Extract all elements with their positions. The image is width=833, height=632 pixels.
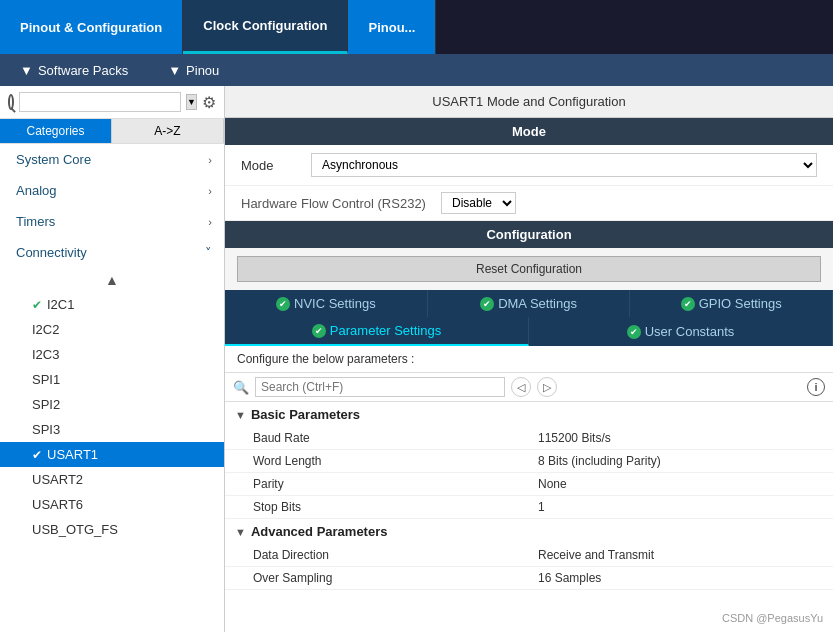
param-row-over-sampling: Over Sampling 16 Samples bbox=[225, 567, 833, 590]
baud-rate-name: Baud Rate bbox=[253, 431, 538, 445]
word-length-value: 8 Bits (including Parity) bbox=[538, 454, 823, 468]
params-container: ▼ Basic Parameters Baud Rate 115200 Bits… bbox=[225, 402, 833, 632]
sidebar-item-connectivity[interactable]: Connectivity ˅ bbox=[0, 237, 224, 268]
hw-flow-label: Hardware Flow Control (RS232) bbox=[241, 196, 441, 211]
param-row-parity: Parity None bbox=[225, 473, 833, 496]
nav-pinout[interactable]: Pinout & Configuration bbox=[0, 0, 183, 54]
prev-result-button[interactable]: ◁ bbox=[511, 377, 531, 397]
chevron-right-icon: › bbox=[208, 185, 212, 197]
user-const-check-icon: ✔ bbox=[627, 325, 641, 339]
sidebar-subitem-usb-otg-fs-label: USB_OTG_FS bbox=[32, 522, 118, 537]
tab-parameter-settings[interactable]: ✔ Parameter Settings bbox=[225, 317, 529, 346]
sidebar-subitem-usart6-label: USART6 bbox=[32, 497, 83, 512]
tab-user-const-label: User Constants bbox=[645, 324, 735, 339]
tab-nvic-label: NVIC Settings bbox=[294, 296, 376, 311]
scroll-up-icon: ▲ bbox=[105, 272, 119, 288]
sidebar-item-analog-label: Analog bbox=[16, 183, 56, 198]
sidebar-subitem-i2c3-label: I2C3 bbox=[32, 347, 59, 362]
sidebar-item-connectivity-label: Connectivity bbox=[16, 245, 87, 260]
pinout-bar-label: Pinou bbox=[186, 63, 219, 78]
software-packs-arrow: ▼ bbox=[20, 63, 33, 78]
hw-flow-select[interactable]: Disable bbox=[441, 192, 516, 214]
advanced-params-group[interactable]: ▼ Advanced Parameters bbox=[225, 519, 833, 544]
pinout-bar-arrow: ▼ bbox=[168, 63, 181, 78]
basic-params-label: Basic Parameters bbox=[251, 407, 360, 422]
sidebar-subitem-usart6[interactable]: USART6 bbox=[0, 492, 224, 517]
parity-value: None bbox=[538, 477, 823, 491]
gear-icon[interactable]: ⚙ bbox=[202, 93, 216, 112]
sidebar: ▼ ⚙ Categories A->Z System Core › Analog… bbox=[0, 86, 225, 632]
data-direction-name: Data Direction bbox=[253, 548, 538, 562]
sidebar-subitem-i2c1[interactable]: ✔ I2C1 bbox=[0, 292, 224, 317]
nvic-check-icon: ✔ bbox=[276, 297, 290, 311]
tab-dma-label: DMA Settings bbox=[498, 296, 577, 311]
sidebar-subitem-spi3[interactable]: SPI3 bbox=[0, 417, 224, 442]
info-icon[interactable]: i bbox=[807, 378, 825, 396]
tab-az[interactable]: A->Z bbox=[112, 119, 224, 143]
nav-clock[interactable]: Clock Configuration bbox=[183, 0, 348, 54]
sidebar-subitem-usart1-label: USART1 bbox=[47, 447, 98, 462]
sidebar-subitem-usart1[interactable]: ✔ USART1 bbox=[0, 442, 224, 467]
param-search-input[interactable] bbox=[255, 377, 505, 397]
sidebar-item-system-core[interactable]: System Core › bbox=[0, 144, 224, 175]
basic-params-group[interactable]: ▼ Basic Parameters bbox=[225, 402, 833, 427]
mode-select[interactable]: Asynchronous bbox=[311, 153, 817, 177]
sidebar-item-timers-label: Timers bbox=[16, 214, 55, 229]
chevron-right-icon: › bbox=[208, 216, 212, 228]
main-layout: ▼ ⚙ Categories A->Z System Core › Analog… bbox=[0, 86, 833, 632]
pinout-bar-item[interactable]: ▼ Pinou bbox=[148, 54, 239, 86]
sidebar-item-system-core-label: System Core bbox=[16, 152, 91, 167]
advanced-params-arrow: ▼ bbox=[235, 526, 246, 538]
mode-section-header: Mode bbox=[225, 118, 833, 145]
reset-config-button[interactable]: Reset Configuration bbox=[237, 256, 821, 282]
chevron-right-icon: › bbox=[208, 154, 212, 166]
tab-categories[interactable]: Categories bbox=[0, 119, 112, 143]
param-hint: Configure the below parameters : bbox=[225, 346, 833, 373]
word-length-name: Word Length bbox=[253, 454, 538, 468]
sidebar-subitem-spi2[interactable]: SPI2 bbox=[0, 392, 224, 417]
sidebar-subitem-spi1-label: SPI1 bbox=[32, 372, 60, 387]
sidebar-item-timers[interactable]: Timers › bbox=[0, 206, 224, 237]
advanced-params-label: Advanced Parameters bbox=[251, 524, 388, 539]
sidebar-item-analog[interactable]: Analog › bbox=[0, 175, 224, 206]
over-sampling-name: Over Sampling bbox=[253, 571, 538, 585]
config-tabs-row2: ✔ Parameter Settings ✔ User Constants bbox=[225, 317, 833, 346]
parity-name: Parity bbox=[253, 477, 538, 491]
next-result-button[interactable]: ▷ bbox=[537, 377, 557, 397]
param-row-stop-bits: Stop Bits 1 bbox=[225, 496, 833, 519]
tab-nvic-settings[interactable]: ✔ NVIC Settings bbox=[225, 290, 428, 317]
over-sampling-value: 16 Samples bbox=[538, 571, 823, 585]
sidebar-subitem-spi1[interactable]: SPI1 bbox=[0, 367, 224, 392]
software-packs-item[interactable]: ▼ Software Packs bbox=[0, 54, 148, 86]
param-row-baud-rate: Baud Rate 115200 Bits/s bbox=[225, 427, 833, 450]
tab-user-constants[interactable]: ✔ User Constants bbox=[529, 317, 833, 346]
param-row-word-length: Word Length 8 Bits (including Parity) bbox=[225, 450, 833, 473]
sidebar-subitem-usb-otg-fs[interactable]: USB_OTG_FS bbox=[0, 517, 224, 542]
tab-bar: Categories A->Z bbox=[0, 119, 224, 144]
sidebar-subitem-i2c2-label: I2C2 bbox=[32, 322, 59, 337]
sidebar-subitem-spi2-label: SPI2 bbox=[32, 397, 60, 412]
baud-rate-value: 115200 Bits/s bbox=[538, 431, 823, 445]
search-dropdown[interactable]: ▼ bbox=[186, 94, 197, 110]
content-title: USART1 Mode and Configuration bbox=[225, 86, 833, 118]
sidebar-subitem-usart2[interactable]: USART2 bbox=[0, 467, 224, 492]
stop-bits-value: 1 bbox=[538, 500, 823, 514]
search-input[interactable] bbox=[19, 92, 181, 112]
param-search-bar: 🔍 ◁ ▷ i bbox=[225, 373, 833, 402]
tab-gpio-label: GPIO Settings bbox=[699, 296, 782, 311]
content-area: USART1 Mode and Configuration Mode Mode … bbox=[225, 86, 833, 632]
chevron-down-icon: ˅ bbox=[205, 245, 212, 260]
tab-dma-settings[interactable]: ✔ DMA Settings bbox=[428, 290, 631, 317]
sidebar-subitem-i2c1-label: I2C1 bbox=[47, 297, 74, 312]
basic-params-arrow: ▼ bbox=[235, 409, 246, 421]
sidebar-subitem-i2c2[interactable]: I2C2 bbox=[0, 317, 224, 342]
mode-row: Mode Asynchronous bbox=[225, 145, 833, 186]
tab-gpio-settings[interactable]: ✔ GPIO Settings bbox=[630, 290, 833, 317]
scroll-indicator: ▲ bbox=[0, 268, 224, 292]
param-search-icon: 🔍 bbox=[233, 380, 249, 395]
nav-other[interactable]: Pinou... bbox=[348, 0, 436, 54]
sidebar-subitem-i2c3[interactable]: I2C3 bbox=[0, 342, 224, 367]
search-icon bbox=[8, 94, 14, 110]
gpio-check-icon: ✔ bbox=[681, 297, 695, 311]
stop-bits-name: Stop Bits bbox=[253, 500, 538, 514]
